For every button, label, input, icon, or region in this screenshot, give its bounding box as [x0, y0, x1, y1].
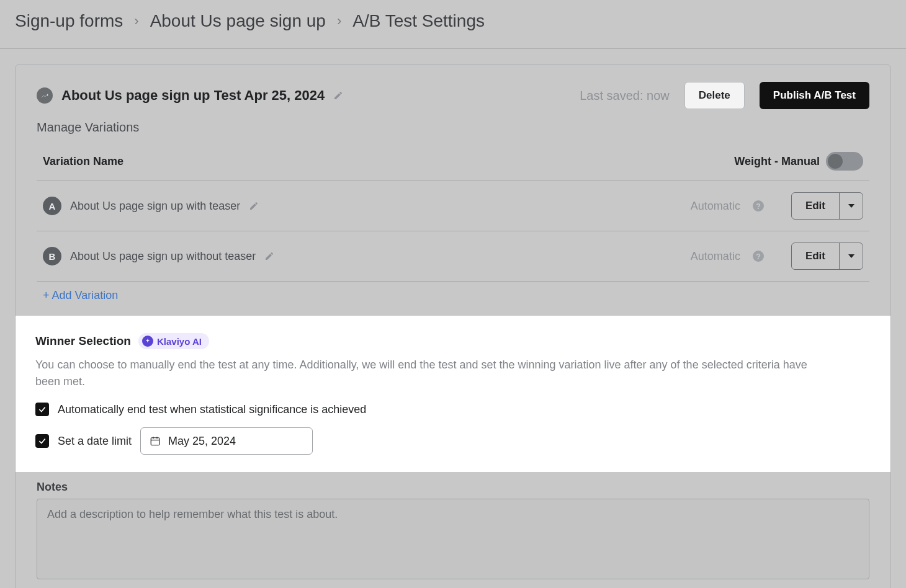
edit-variation-dropdown[interactable]: [839, 243, 863, 269]
date-limit-input[interactable]: May 25, 2024: [140, 427, 313, 455]
edit-title-icon[interactable]: [333, 91, 343, 100]
chevron-down-icon: [848, 204, 854, 208]
variation-letter-badge: B: [43, 247, 61, 265]
auto-end-label: Automatically end test when statistical …: [58, 403, 366, 416]
date-limit-row: Set a date limit May 25, 2024: [35, 427, 871, 455]
help-icon[interactable]: ?: [753, 251, 764, 262]
winner-selection-title: Winner Selection: [35, 334, 131, 348]
variation-name: About Us page sign up without teaser: [70, 250, 256, 263]
klaviyo-ai-badge: Klaviyo AI: [138, 333, 209, 349]
settings-card: About Us page sign up Test Apr 25, 2024 …: [15, 64, 891, 588]
breadcrumb-item-ab-settings[interactable]: A/B Test Settings: [352, 11, 485, 31]
breadcrumb: Sign-up forms › About Us page sign up › …: [0, 0, 906, 49]
variation-name: About Us page sign up with teaser: [70, 200, 240, 213]
svg-rect-0: [151, 438, 159, 445]
manage-variations-title: Manage Variations: [37, 120, 869, 135]
winner-selection-description: You can choose to manually end the test …: [35, 357, 811, 390]
chevron-right-icon: ›: [134, 13, 138, 29]
date-limit-value: May 25, 2024: [168, 435, 236, 448]
date-limit-checkbox[interactable]: [35, 434, 49, 448]
test-header: About Us page sign up Test Apr 25, 2024 …: [37, 82, 869, 109]
weight-toggle[interactable]: [826, 152, 863, 171]
test-title: About Us page sign up Test Apr 25, 2024: [61, 87, 325, 104]
variation-letter-badge: A: [43, 197, 61, 215]
winner-selection-section: Winner Selection Klaviyo AI You can choo…: [15, 316, 891, 472]
chevron-down-icon: [848, 254, 854, 258]
help-icon[interactable]: ?: [753, 200, 764, 212]
sparkle-icon: [142, 336, 153, 347]
edit-variation-button-group: Edit: [791, 192, 863, 220]
auto-end-checkbox-row: Automatically end test when statistical …: [35, 403, 871, 416]
ai-badge-label: Klaviyo AI: [157, 336, 202, 347]
calendar-icon: [150, 435, 161, 447]
edit-variation-name-icon[interactable]: [264, 251, 274, 261]
last-saved-text: Last saved: now: [580, 89, 670, 103]
date-limit-label: Set a date limit: [58, 435, 132, 448]
chevron-right-icon: ›: [337, 13, 341, 29]
weight-label: Weight - Manual: [734, 155, 820, 168]
variation-row-b: B About Us page sign up without teaser A…: [37, 231, 869, 282]
breadcrumb-item-signup-forms[interactable]: Sign-up forms: [15, 11, 123, 31]
auto-end-checkbox[interactable]: [35, 403, 49, 416]
add-variation-link[interactable]: + Add Variation: [37, 282, 124, 316]
weight-mode-label: Automatic: [691, 200, 740, 213]
edit-variation-dropdown[interactable]: [839, 193, 863, 219]
edit-variation-button[interactable]: Edit: [792, 193, 839, 219]
edit-variation-button-group: Edit: [791, 243, 863, 270]
column-variation-name: Variation Name: [43, 155, 123, 168]
delete-button[interactable]: Delete: [684, 82, 745, 109]
edit-variation-button[interactable]: Edit: [792, 243, 839, 269]
notes-textarea[interactable]: [37, 499, 869, 579]
variation-row-a: A About Us page sign up with teaser Auto…: [37, 181, 869, 231]
weight-mode-label: Automatic: [691, 250, 740, 263]
notes-label: Notes: [37, 481, 869, 494]
edit-variation-name-icon[interactable]: [249, 201, 259, 211]
publish-button[interactable]: Publish A/B Test: [760, 82, 869, 109]
variations-header-row: Variation Name Weight - Manual: [37, 152, 869, 181]
breadcrumb-item-about-us[interactable]: About Us page sign up: [150, 11, 326, 31]
test-icon: [37, 87, 53, 104]
